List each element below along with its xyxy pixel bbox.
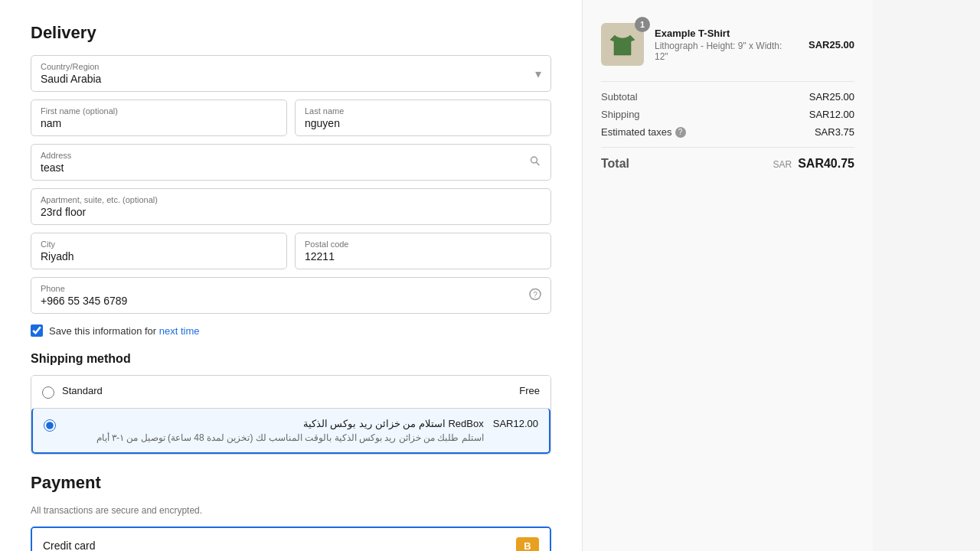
shipping-options: Standard Free RedBox استلام من خزائن ريد…	[31, 375, 551, 455]
subtotal-row: Subtotal SAR25.00	[601, 91, 854, 103]
left-panel: Delivery Country/Region Saudi Arabia ▾ F…	[0, 0, 582, 551]
total-row: Total SAR SAR40.75	[601, 157, 854, 171]
payment-brand-icon: B	[516, 537, 539, 551]
postal-value: 12211	[305, 250, 541, 262]
product-row: 1 Example T-Shirt Lithograph - Height: 9…	[601, 23, 854, 66]
product-quantity-badge: 1	[635, 17, 650, 32]
address-field[interactable]: Address teast	[31, 144, 551, 181]
taxes-label: Estimated taxes ?	[601, 126, 686, 138]
svg-text:?: ?	[533, 291, 537, 299]
country-field[interactable]: Country/Region Saudi Arabia ▾	[31, 55, 551, 92]
last-name-value: nguyen	[305, 117, 541, 129]
shipping-row: Shipping SAR12.00	[601, 109, 854, 120]
product-info: Example T-Shirt Lithograph - Height: 9" …	[655, 28, 798, 62]
apartment-value: 23rd floor	[41, 206, 541, 218]
shipping-summary-label: Shipping	[601, 109, 640, 120]
shipping-option-redbox[interactable]: RedBox استلام من خزائن ريد بوكس الذكية ا…	[31, 408, 550, 454]
last-name-label: Last name	[305, 106, 541, 116]
shipping-label-redbox: RedBox استلام من خزائن ريد بوكس الذكية	[64, 418, 484, 429]
product-price: SAR25.00	[808, 39, 854, 51]
help-icon: ?	[529, 289, 541, 303]
payment-method-label: Credit card	[43, 540, 95, 551]
shipping-radio-redbox[interactable]	[44, 419, 56, 432]
shipping-label-standard: Standard	[62, 385, 103, 396]
taxes-info-icon[interactable]: ?	[675, 127, 686, 138]
subtotal-value: SAR25.00	[809, 91, 854, 103]
city-field[interactable]: City Riyadh	[31, 233, 287, 269]
postal-label: Postal code	[305, 240, 541, 249]
product-image-wrapper: 1	[601, 23, 644, 66]
first-name-label: First name (optional)	[41, 106, 277, 116]
shipping-summary-value: SAR12.00	[809, 109, 854, 120]
address-value: teast	[41, 161, 541, 174]
phone-field[interactable]: Phone +966 55 345 6789 ?	[31, 277, 551, 314]
city-label: City	[41, 240, 277, 249]
search-icon	[529, 155, 541, 170]
payment-method-card[interactable]: Credit card B	[31, 527, 551, 551]
postal-field[interactable]: Postal code 12211	[295, 233, 551, 269]
shipping-option-standard[interactable]: Standard Free	[31, 376, 550, 408]
payment-heading: Payment	[31, 473, 551, 493]
country-label: Country/Region	[41, 62, 541, 71]
svg-line-1	[537, 162, 540, 165]
first-name-field[interactable]: First name (optional) nam	[31, 99, 287, 136]
city-value: Riyadh	[41, 250, 277, 262]
total-currency: SAR	[773, 159, 792, 170]
address-label: Address	[41, 151, 541, 160]
shipping-price-standard: Free	[519, 385, 540, 396]
shipping-radio-standard[interactable]	[42, 386, 54, 399]
shipping-desc-redbox: استلم طلبك من خزائن ريد بوكس الذكية بالو…	[64, 432, 484, 443]
divider-1	[601, 81, 854, 82]
delivery-heading: Delivery	[31, 23, 551, 43]
phone-value: +966 55 345 6789	[41, 295, 541, 307]
first-name-value: nam	[41, 117, 277, 129]
total-value: SAR40.75	[798, 157, 854, 171]
phone-label: Phone	[41, 284, 541, 293]
save-info-row: Save this information for next time	[31, 324, 551, 337]
apartment-label: Apartment, suite, etc. (optional)	[41, 195, 541, 204]
payment-subtitle: All transactions are secure and encrypte…	[31, 505, 551, 516]
country-value: Saudi Arabia	[41, 73, 541, 85]
divider-2	[601, 147, 854, 148]
taxes-row: Estimated taxes ? SAR3.75	[601, 126, 854, 138]
shipping-heading: Shipping method	[31, 352, 551, 366]
total-label: Total	[601, 157, 629, 171]
product-name: Example T-Shirt	[655, 28, 798, 39]
product-description: Lithograph - Height: 9" x Width: 12"	[655, 41, 798, 62]
last-name-field[interactable]: Last name nguyen	[295, 99, 551, 136]
save-info-checkbox[interactable]	[31, 324, 43, 337]
save-info-text: Save this information for next time	[49, 325, 200, 337]
order-summary-panel: 1 Example T-Shirt Lithograph - Height: 9…	[582, 0, 873, 551]
shipping-price-redbox: SAR12.00	[493, 418, 538, 429]
taxes-value: SAR3.75	[815, 126, 854, 138]
subtotal-label: Subtotal	[601, 91, 638, 103]
apartment-field[interactable]: Apartment, suite, etc. (optional) 23rd f…	[31, 188, 551, 225]
